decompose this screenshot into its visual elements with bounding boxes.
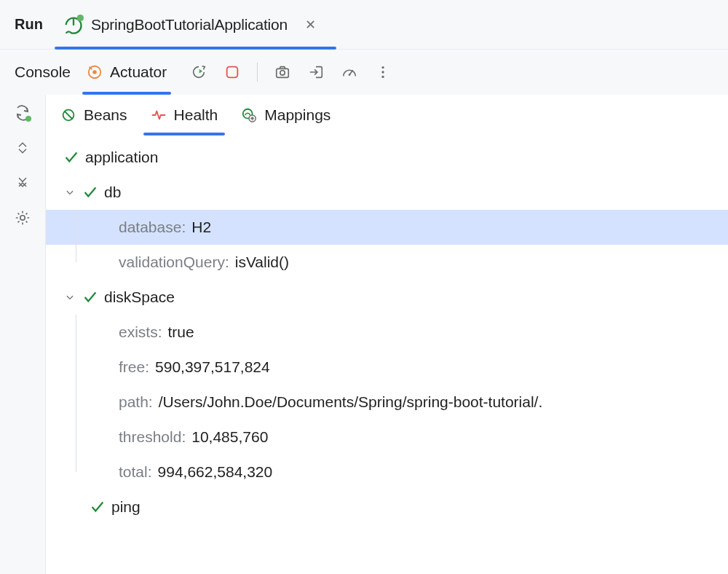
tree-leaf-threshold[interactable]: threshold: 10,485,760 xyxy=(46,420,728,455)
tree-node-application[interactable]: application xyxy=(46,140,728,175)
health-icon xyxy=(151,107,167,123)
tab-actuator[interactable]: Actuator xyxy=(87,50,167,95)
tree-node-db[interactable]: db xyxy=(46,175,728,210)
run-actions xyxy=(190,63,392,82)
content-panel: Beans Health Mappings xyxy=(46,95,728,574)
tab-beans[interactable]: Beans xyxy=(60,95,127,135)
stop-button[interactable] xyxy=(223,63,241,81)
chevron-down-icon[interactable] xyxy=(63,187,76,197)
tree-leaf-database[interactable]: database: H2 xyxy=(46,210,728,245)
svg-rect-5 xyxy=(227,67,238,78)
svg-point-12 xyxy=(382,76,384,78)
exit-button[interactable] xyxy=(307,63,325,81)
actuator-tabs: Beans Health Mappings xyxy=(46,95,728,135)
rerun-button[interactable] xyxy=(190,63,207,81)
tree-leaf-validation[interactable]: validationQuery: isValid() xyxy=(46,245,728,280)
svg-point-4 xyxy=(92,70,97,74)
run-configuration-tab[interactable]: SpringBootTutorialApplication ✕ xyxy=(60,0,319,49)
actuator-icon xyxy=(87,64,103,80)
refresh-icon[interactable] xyxy=(13,103,32,122)
gauge-button[interactable] xyxy=(341,63,358,81)
spring-boot-icon xyxy=(63,15,84,35)
tab-health[interactable]: Health xyxy=(151,95,218,135)
chevron-down-icon[interactable] xyxy=(63,292,76,302)
svg-point-14 xyxy=(20,216,25,220)
beans-icon xyxy=(60,107,76,123)
svg-line-16 xyxy=(65,111,73,119)
tree-node-ping[interactable]: ping xyxy=(46,490,728,524)
health-tree: application db database: H2 va xyxy=(46,135,728,574)
svg-point-9 xyxy=(349,74,351,76)
check-icon xyxy=(82,184,98,200)
main-area: Beans Health Mappings xyxy=(0,95,728,574)
mappings-icon xyxy=(241,107,257,123)
close-tab-button[interactable]: ✕ xyxy=(302,14,319,36)
tree-leaf-total[interactable]: total: 994,662,584,320 xyxy=(46,455,728,490)
run-toolbar: Run SpringBootTutorialApplication ✕ xyxy=(0,0,728,50)
run-title: Run xyxy=(15,16,43,33)
tab-console[interactable]: Console xyxy=(15,50,71,95)
camera-button[interactable] xyxy=(274,63,291,81)
more-button[interactable] xyxy=(374,63,392,81)
tree-leaf-exists[interactable]: exists: true xyxy=(46,315,728,350)
svg-point-2 xyxy=(77,15,84,21)
tree-leaf-free[interactable]: free: 590,397,517,824 xyxy=(46,350,728,385)
expand-collapse-down-icon[interactable] xyxy=(13,173,32,192)
tree-leaf-path[interactable]: path: /Users/John.Doe/Documents/Spring/s… xyxy=(46,385,728,420)
run-config-name: SpringBootTutorialApplication xyxy=(91,16,288,34)
svg-point-11 xyxy=(382,71,384,73)
expand-collapse-up-icon[interactable] xyxy=(13,138,32,157)
check-icon xyxy=(63,149,79,165)
svg-point-7 xyxy=(280,71,285,75)
gear-icon[interactable] xyxy=(13,208,32,227)
tree-node-diskspace[interactable]: diskSpace xyxy=(46,280,728,315)
check-icon xyxy=(90,499,106,515)
tab-mappings[interactable]: Mappings xyxy=(241,95,331,135)
check-icon xyxy=(82,289,98,305)
svg-point-13 xyxy=(25,116,31,122)
svg-point-10 xyxy=(382,66,384,68)
console-actuator-toolbar: Console Actuator xyxy=(0,50,728,95)
gutter-sidebar xyxy=(0,95,46,574)
separator xyxy=(257,63,258,82)
